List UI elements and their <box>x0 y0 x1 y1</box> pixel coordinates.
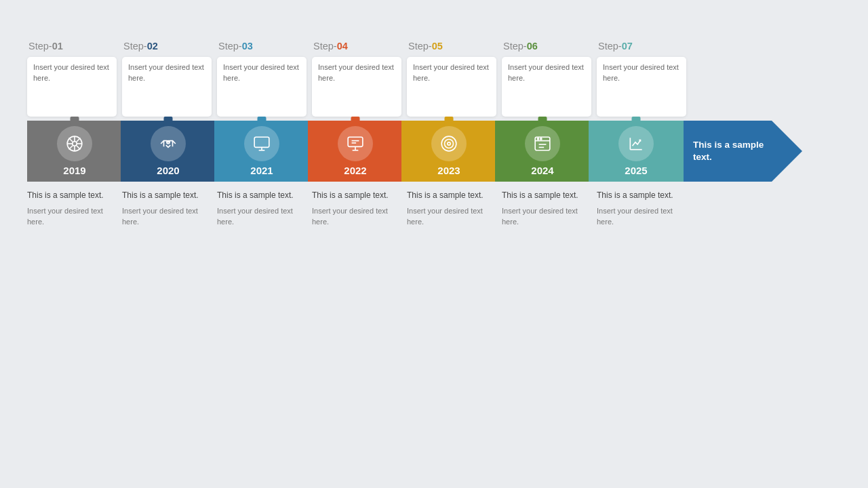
step-col-04: Step-04Insert your desired text here. <box>312 41 407 117</box>
bottom-insert-01: Insert your desired text here. <box>27 206 117 228</box>
bottom-sample-04: This is a sample text. <box>312 190 401 201</box>
svg-line-9 <box>69 146 73 149</box>
step-icon-04 <box>338 126 373 161</box>
arrow-tip <box>772 121 802 182</box>
step-icon-07 <box>618 126 654 161</box>
step-col-07: Step-07Insert your desired text here. <box>597 41 692 117</box>
connector-07 <box>632 117 641 125</box>
bottom-sample-02: This is a sample text. <box>122 190 212 201</box>
step-icon-05 <box>431 126 467 161</box>
bottom-section: This is a sample text.Insert your desire… <box>27 190 841 228</box>
bottom-col-02: This is a sample text.Insert your desire… <box>122 190 217 228</box>
top-card-06: Insert your desired text here. <box>502 57 591 117</box>
step-col-05: Step-05Insert your desired text here. <box>407 41 502 117</box>
svg-line-7 <box>77 146 80 149</box>
bottom-col-01: This is a sample text.Insert your desire… <box>27 190 122 228</box>
bottom-insert-04: Insert your desired text here. <box>312 206 401 228</box>
step-col-01: Step-01Insert your desired text here. <box>27 41 122 117</box>
step-icon-01 <box>57 126 92 161</box>
bottom-sample-06: This is a sample text. <box>502 190 591 201</box>
step-icon-06 <box>525 126 560 161</box>
step-icon-02 <box>151 126 186 161</box>
top-card-01: Insert your desired text here. <box>27 57 117 117</box>
svg-point-24 <box>537 138 538 140</box>
arrow-text: This is a sample text. <box>693 139 766 163</box>
step-col-06: Step-06Insert your desired text here. <box>502 41 597 117</box>
bottom-col-03: This is a sample text.Insert your desire… <box>217 190 312 228</box>
bottom-sample-07: This is a sample text. <box>597 190 686 201</box>
step-year-07: 2025 <box>625 165 647 176</box>
bottom-insert-03: Insert your desired text here. <box>217 206 307 228</box>
content-layout: Step-01Insert your desired text here.Ste… <box>27 41 841 461</box>
step-year-06: 2024 <box>531 165 553 176</box>
step-year-04: 2022 <box>344 165 366 176</box>
slide: Step-01Insert your desired text here.Ste… <box>0 0 868 488</box>
bottom-sample-01: This is a sample text. <box>27 190 117 201</box>
step-label-06: Step-06 <box>502 41 538 52</box>
bottom-col-06: This is a sample text.Insert your desire… <box>502 190 597 228</box>
bottom-insert-02: Insert your desired text here. <box>122 206 212 228</box>
step-label-01: Step-01 <box>27 41 63 52</box>
bottom-insert-07: Insert your desired text here. <box>597 206 686 228</box>
timeline-area: 2019 2020 2021 2022 2023 <box>27 121 841 182</box>
timeline-arrow: This is a sample text. <box>684 121 802 182</box>
connector-01 <box>71 117 79 125</box>
svg-line-8 <box>77 138 80 142</box>
svg-point-21 <box>448 142 450 145</box>
timeline-seg-02: 2020 <box>121 121 216 182</box>
arrow-box: This is a sample text. <box>684 121 772 182</box>
step-label-04: Step-04 <box>312 41 348 52</box>
svg-line-6 <box>69 138 73 142</box>
step-icon-03 <box>244 126 279 161</box>
bottom-col-04: This is a sample text.Insert your desire… <box>312 190 407 228</box>
connector-03 <box>258 117 267 125</box>
upper-section: Step-01Insert your desired text here.Ste… <box>27 41 841 117</box>
step-label-05: Step-05 <box>407 41 443 52</box>
step-label-03: Step-03 <box>217 41 253 52</box>
timeline-seg-03: 2021 <box>214 121 309 182</box>
connector-02 <box>164 117 173 125</box>
timeline-seg-07: 2025 <box>589 121 684 182</box>
svg-point-19 <box>441 136 456 151</box>
step-year-05: 2023 <box>437 165 460 176</box>
step-year-02: 2020 <box>157 165 179 176</box>
bottom-insert-06: Insert your desired text here. <box>502 206 591 228</box>
timeline-seg-05: 2023 <box>401 121 496 182</box>
top-card-05: Insert your desired text here. <box>407 57 496 117</box>
step-col-03: Step-03Insert your desired text here. <box>217 41 312 117</box>
svg-point-20 <box>445 140 454 148</box>
timeline-seg-06: 2024 <box>495 121 590 182</box>
top-card-02: Insert your desired text here. <box>122 57 212 117</box>
step-year-03: 2021 <box>250 165 273 176</box>
bottom-sample-05: This is a sample text. <box>407 190 496 201</box>
connector-05 <box>445 117 454 125</box>
step-label-07: Step-07 <box>597 41 633 52</box>
top-card-07: Insert your desired text here. <box>597 57 686 117</box>
svg-point-1 <box>73 142 77 146</box>
svg-rect-11 <box>254 137 269 147</box>
connector-06 <box>538 117 547 125</box>
bottom-insert-05: Insert your desired text here. <box>407 206 496 228</box>
svg-point-25 <box>540 138 542 140</box>
step-year-01: 2019 <box>63 165 85 176</box>
step-label-02: Step-02 <box>122 41 158 52</box>
bottom-col-07: This is a sample text.Insert your desire… <box>597 190 692 228</box>
timeline-seg-04: 2022 <box>308 121 403 182</box>
connector-04 <box>351 117 360 125</box>
bottom-sample-03: This is a sample text. <box>217 190 307 201</box>
top-card-03: Insert your desired text here. <box>217 57 307 117</box>
step-col-02: Step-02Insert your desired text here. <box>122 41 217 117</box>
timeline-seg-01: 2019 <box>27 121 122 182</box>
bottom-col-05: This is a sample text.Insert your desire… <box>407 190 502 228</box>
top-card-04: Insert your desired text here. <box>312 57 401 117</box>
svg-rect-14 <box>348 137 363 146</box>
